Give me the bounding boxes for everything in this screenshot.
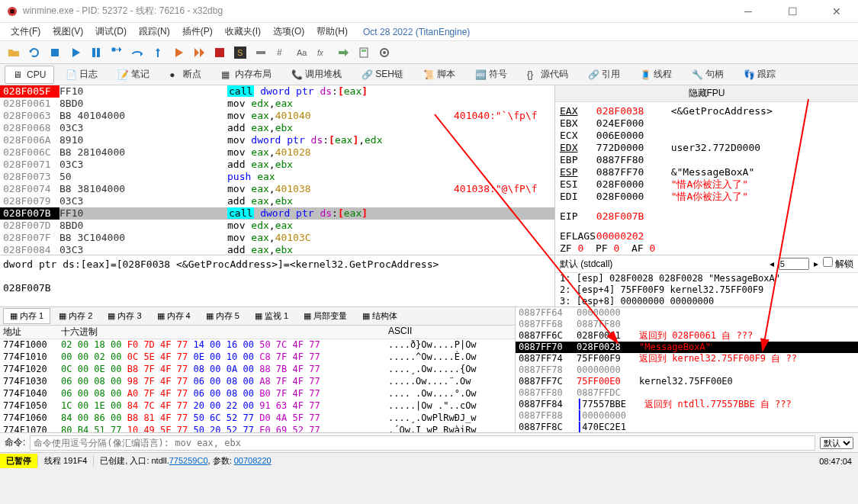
disasm-row[interactable]: 028F008403C3add eax,ebx [0,244,554,255]
menu-item[interactable]: 收藏夹(I) [219,23,267,40]
stack-row[interactable]: 0887FF78 00000000 [516,364,858,376]
tab-符号[interactable]: 🔤符号 [467,64,516,85]
register-EBX[interactable]: EBX 024EF000 [560,117,853,130]
trace-into-icon[interactable] [169,43,188,62]
comment-icon[interactable]: # [272,43,291,62]
step-over-icon[interactable] [128,43,146,62]
stack-view[interactable]: 0887FF64 000000000887FF68 0887FF800887FF… [516,307,858,432]
label-icon[interactable]: Aa [293,43,311,62]
register-EFLAGS[interactable]: EFLAGS 00000202 [560,230,853,242]
disasm-row[interactable]: 028F006CB8 28104000mov eax,401028 [0,146,554,159]
register-EAX[interactable]: EAX 028F0038 <&GetProcAddress> [560,105,853,117]
dump-row[interactable]: 774F10200C 00 0E 00 B8 7F 4F 77 08 00 0A… [0,364,515,376]
dump-tab[interactable]: ▦ 内存 5 [199,308,246,324]
disasm-row[interactable]: 028F007903C3add eax,ebx [0,195,554,207]
dump-tab[interactable]: ▦ 局部变量 [297,308,354,324]
disasm-row[interactable]: 028F007350push eax [0,171,554,183]
step-out-icon[interactable] [149,43,167,62]
dump-tab[interactable]: ▦ 内存 4 [150,308,198,324]
disasm-row[interactable]: 028F005FFF10call dword ptr ds:[eax] [0,85,554,98]
register-ECX[interactable]: ECX 006E0000 [560,130,853,142]
settings-icon[interactable] [375,43,394,62]
dump-tab[interactable]: ▦ 内存 3 [101,308,148,324]
stack-row[interactable]: 0887FF74 75FF00F9返回到 kernel32.75FF00F9 自… [516,353,858,364]
registers-header[interactable]: 隐藏FPU [555,85,858,102]
menu-item[interactable]: 跟踪(N) [133,23,176,40]
dump-row[interactable]: 774F101000 00 02 00 0C 5E 4F 77 0E 00 10… [0,352,515,364]
step-into-icon[interactable] [108,43,126,62]
maximize-button[interactable]: ☐ [777,5,808,18]
dump-row[interactable]: 774F106084 00 86 00 B8 81 4F 77 50 6C 52… [0,413,515,425]
tab-跟踪[interactable]: 👣跟踪 [735,64,784,85]
dump-tab[interactable]: ▦ 内存 2 [52,308,99,324]
tab-SEH链[interactable]: 🔗SEH链 [353,64,412,85]
dump-tab[interactable]: ▦ 结构体 [355,308,404,324]
restart-icon[interactable] [25,43,43,62]
goto-icon[interactable] [334,43,352,62]
tab-笔记[interactable]: 📝笔记 [109,64,158,85]
stack-arg-row[interactable]: 2: [esp+4] 75FF00F9 kernel32.75FF00F9 [555,284,858,296]
register-EDX[interactable]: EDX 772D0000 user32.772D0000 [560,142,853,154]
tab-线程[interactable]: 🧵线程 [631,64,680,85]
param-address-link[interactable]: 00708220 [234,456,272,465]
stop-icon[interactable] [46,43,64,62]
tab-CPU[interactable]: 🖥CPU [5,66,54,84]
calc-icon[interactable] [355,43,373,62]
stack-row[interactable]: 0887FF70 028F0028"MessageBoxA" [516,342,858,353]
register-ESP[interactable]: ESP 0887FF70 &"MessageBoxA" [560,166,853,178]
disasm-row[interactable]: 028F007BFF10call dword ptr ds:[eax] [0,207,554,220]
menu-item[interactable]: 视图(V) [47,23,89,40]
dump-tab[interactable]: ▦ 内存 1 [3,308,50,324]
stack-row[interactable]: 0887FF88 ┃00000000 [516,410,858,422]
register-EDI[interactable]: EDI 028F0000 "惜A你被注入了" [560,191,853,203]
stack-row[interactable]: 0887FF68 0887FF80 [516,319,858,330]
disasm-row[interactable]: 028F007103C3add eax,ebx [0,159,554,171]
menu-item[interactable]: 选项(O) [267,23,310,40]
call-convention-select[interactable]: 默认 (stdcall) [560,258,765,271]
disasm-row[interactable]: 028F006A8910mov dword ptr ds:[eax],edx [0,134,554,146]
trace-over-icon[interactable] [190,43,208,62]
entry-address-link[interactable]: 775259C0 [169,456,208,465]
disasm-row[interactable]: 028F0063B8 40104000mov eax,401040401040:… [0,110,554,122]
patch-icon[interactable] [252,43,270,62]
disasm-row[interactable]: 028F00618BD0mov edx,eax [0,98,554,110]
dump-row[interactable]: 774F103006 00 08 00 98 7F 4F 77 06 00 08… [0,376,515,388]
close-button[interactable]: ✕ [821,5,852,18]
stack-row[interactable]: 0887FF6C 028F0061返回到 028F0061 自 ??? [516,330,858,342]
arg-nav-right-icon[interactable]: ▸ [814,258,818,269]
command-input[interactable] [30,435,815,451]
tab-调用堆栈[interactable]: 📞调用堆栈 [283,64,350,85]
pause-icon[interactable] [87,43,105,62]
disasm-row[interactable]: 028F007FB8 3C104000mov eax,40103C [0,232,554,244]
stack-row[interactable]: 0887FF64 00000000 [516,307,858,319]
tab-源代码[interactable]: {}源代码 [519,64,577,85]
run-to-icon[interactable] [210,43,229,62]
menu-item[interactable]: 插件(P) [176,23,219,40]
memory-dump[interactable]: ▦ 内存 1▦ 内存 2▦ 内存 3▦ 内存 4▦ 内存 5▦ 监视 1▦ 局部… [0,307,516,432]
register-EBP[interactable]: EBP 0887FF80 [560,154,853,166]
arg-nav-left-icon[interactable]: ◂ [770,258,774,269]
tab-脚本[interactable]: 📜脚本 [415,64,464,85]
register-ESI[interactable]: ESI 028F0000 "惜A你被注入了" [560,178,853,191]
tool-s-icon[interactable]: S [231,43,249,62]
stack-arg-row[interactable]: 3: [esp+8] 00000000 00000000 [555,296,858,307]
command-mode-select[interactable]: 默认 [820,437,853,449]
dump-row[interactable]: 774F10501C 00 1E 00 84 7C 4F 77 20 00 22… [0,400,515,413]
tab-句柄[interactable]: 🔧句柄 [683,64,732,85]
menu-item[interactable]: 文件(F) [5,23,47,40]
open-file-icon[interactable] [5,43,23,62]
dump-row[interactable]: 774F107080 B4 51 77 10 49 5F 77 50 20 52… [0,425,515,432]
disasm-row[interactable]: 028F007D8BD0mov edx,eax [0,220,554,232]
registers-view[interactable]: 隐藏FPU EAX 028F0038 <&GetProcAddress>EBX … [555,85,858,255]
stack-row[interactable]: 0887FF80 0887FFDC [516,387,858,399]
menu-item[interactable]: 帮助(H) [310,23,354,40]
dump-row[interactable]: 774F100002 00 18 00 F0 7D 4F 77 14 00 16… [0,339,515,352]
tab-日志[interactable]: 📄日志 [57,64,106,85]
function-icon[interactable]: fx [313,43,332,62]
disassembly-view[interactable]: 028F005FFF10call dword ptr ds:[eax]028F0… [0,85,555,255]
stack-arguments[interactable]: 默认 (stdcall) ◂ ▸ 解锁 1: [esp] 028F0028 02… [555,255,858,307]
arg-count-input[interactable] [779,258,809,270]
stack-row[interactable]: 0887FF84 ┃77557BBE返回到 ntdll.77557BBE 自 ?… [516,399,858,410]
dump-row[interactable]: 774F104006 00 08 00 A0 7F 4F 77 06 00 08… [0,388,515,400]
minimize-button[interactable]: ─ [733,5,763,18]
